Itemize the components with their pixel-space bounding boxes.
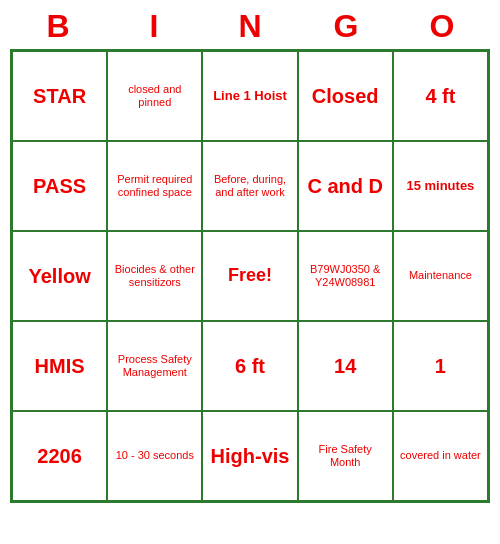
bingo-cell-5[interactable]: PASS xyxy=(12,141,107,231)
bingo-cell-15[interactable]: HMIS xyxy=(12,321,107,411)
bingo-cell-6[interactable]: Permit required confined space xyxy=(107,141,202,231)
bingo-cell-0[interactable]: STAR xyxy=(12,51,107,141)
bingo-cell-9[interactable]: 15 minutes xyxy=(393,141,488,231)
bingo-grid: STARclosed and pinnedLine 1 HoistClosed4… xyxy=(10,49,490,503)
letter-i: I xyxy=(111,8,197,45)
bingo-cell-8[interactable]: C and D xyxy=(298,141,393,231)
letter-o: O xyxy=(399,8,485,45)
bingo-cell-14[interactable]: Maintenance xyxy=(393,231,488,321)
bingo-cell-12[interactable]: Free! xyxy=(202,231,297,321)
bingo-cell-13[interactable]: B79WJ0350 & Y24W08981 xyxy=(298,231,393,321)
letter-n: N xyxy=(207,8,293,45)
bingo-cell-3[interactable]: Closed xyxy=(298,51,393,141)
bingo-cell-11[interactable]: Biocides & other sensitizors xyxy=(107,231,202,321)
bingo-cell-24[interactable]: covered in water xyxy=(393,411,488,501)
bingo-cell-23[interactable]: Fire Safety Month xyxy=(298,411,393,501)
bingo-cell-20[interactable]: 2206 xyxy=(12,411,107,501)
bingo-cell-18[interactable]: 14 xyxy=(298,321,393,411)
bingo-cell-22[interactable]: High-vis xyxy=(202,411,297,501)
letter-g: G xyxy=(303,8,389,45)
bingo-header: B I N G O xyxy=(10,0,490,49)
bingo-cell-1[interactable]: closed and pinned xyxy=(107,51,202,141)
bingo-cell-16[interactable]: Process Safety Management xyxy=(107,321,202,411)
bingo-cell-10[interactable]: Yellow xyxy=(12,231,107,321)
letter-b: B xyxy=(15,8,101,45)
bingo-cell-19[interactable]: 1 xyxy=(393,321,488,411)
bingo-cell-21[interactable]: 10 - 30 seconds xyxy=(107,411,202,501)
bingo-cell-7[interactable]: Before, during, and after work xyxy=(202,141,297,231)
bingo-cell-2[interactable]: Line 1 Hoist xyxy=(202,51,297,141)
bingo-cell-4[interactable]: 4 ft xyxy=(393,51,488,141)
bingo-cell-17[interactable]: 6 ft xyxy=(202,321,297,411)
